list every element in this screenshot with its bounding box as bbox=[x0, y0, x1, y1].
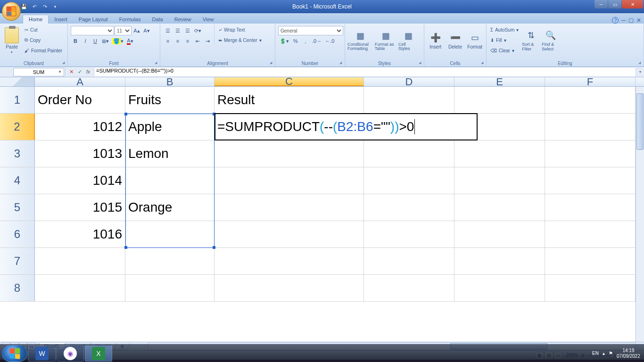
cell-E8[interactable] bbox=[454, 275, 545, 301]
cell-A5[interactable]: 1015 bbox=[35, 194, 125, 221]
start-button[interactable] bbox=[2, 345, 27, 362]
italic-button[interactable]: I bbox=[81, 36, 90, 46]
number-format-select[interactable]: General bbox=[278, 26, 343, 35]
cell-F2[interactable] bbox=[545, 114, 636, 140]
row-header[interactable]: 4 bbox=[0, 167, 35, 194]
cell-E6[interactable] bbox=[454, 221, 545, 247]
delete-cells-button[interactable]: ➖Delete bbox=[446, 25, 465, 57]
format-as-table-button[interactable]: ▦Format as Table bbox=[374, 25, 397, 57]
col-header-D[interactable]: D bbox=[364, 77, 454, 86]
tab-home[interactable]: Home bbox=[23, 15, 49, 24]
worksheet-grid[interactable]: A B C D E F 1Order NoFruitsResult21012Ap… bbox=[0, 77, 644, 342]
sort-filter-button[interactable]: ⇅Sort & Filter bbox=[521, 25, 540, 57]
font-family-select[interactable] bbox=[71, 26, 114, 35]
col-header-F[interactable]: F bbox=[545, 77, 636, 86]
row-header[interactable]: 5 bbox=[0, 194, 35, 221]
underline-button[interactable]: U bbox=[91, 36, 100, 46]
enter-formula-icon[interactable]: ✓ bbox=[76, 68, 83, 76]
insert-cells-button[interactable]: ➕Insert bbox=[426, 25, 445, 57]
cell-B7[interactable] bbox=[125, 248, 215, 274]
name-box-dropdown-icon[interactable]: ▼ bbox=[57, 69, 63, 75]
tab-insert[interactable]: Insert bbox=[49, 15, 73, 24]
fill-color-button[interactable]: 🪣▾ bbox=[111, 36, 125, 46]
tray-clock[interactable]: 14:19 07/09/2022 bbox=[617, 348, 640, 359]
cell-E5[interactable] bbox=[454, 194, 545, 221]
increase-indent-icon[interactable]: ⇥ bbox=[203, 36, 212, 46]
tab-view[interactable]: View bbox=[197, 15, 220, 24]
cell-F4[interactable] bbox=[545, 167, 636, 194]
wrap-text-button[interactable]: ⤶Wrap Text bbox=[216, 25, 264, 35]
conditional-formatting-button[interactable]: ▦Conditional Formatting bbox=[347, 25, 373, 57]
tab-formulas[interactable]: Formulas bbox=[114, 15, 147, 24]
tray-lang[interactable]: EN bbox=[592, 351, 599, 356]
fill-button[interactable]: ⬇Fill▾ bbox=[488, 35, 520, 45]
vertical-scrollbar[interactable] bbox=[636, 87, 644, 342]
cell-E3[interactable] bbox=[454, 140, 545, 167]
cell-A2[interactable]: 1012 bbox=[35, 114, 125, 140]
increase-decimal-icon[interactable]: .0→ bbox=[311, 36, 323, 46]
cancel-formula-icon[interactable]: ✕ bbox=[67, 68, 75, 76]
cell-A7[interactable] bbox=[35, 248, 125, 274]
cell-B6[interactable] bbox=[125, 221, 215, 247]
align-middle-icon[interactable]: ☰ bbox=[173, 26, 182, 35]
cell-A3[interactable]: 1013 bbox=[35, 140, 125, 167]
cell-F8[interactable] bbox=[545, 275, 636, 301]
tab-review[interactable]: Review bbox=[169, 15, 197, 24]
row-header[interactable]: 7 bbox=[0, 248, 35, 274]
cell-D7[interactable] bbox=[364, 248, 454, 274]
percent-icon[interactable]: % bbox=[291, 36, 300, 46]
currency-icon[interactable]: 💲▾ bbox=[278, 36, 290, 46]
col-header-A[interactable]: A bbox=[35, 77, 125, 86]
formula-input[interactable]: =SUMPRODUCT(--(B2:B6=""))>0 bbox=[94, 68, 636, 76]
taskbar-item-word[interactable]: W bbox=[28, 346, 56, 362]
cell-D5[interactable] bbox=[364, 194, 454, 221]
tray-flag-icon[interactable]: ⚑ bbox=[609, 351, 613, 356]
cell-C4[interactable] bbox=[215, 167, 364, 194]
cell-A1[interactable]: Order No bbox=[35, 87, 125, 113]
cell-F1[interactable] bbox=[545, 87, 636, 113]
select-all-corner[interactable] bbox=[0, 77, 35, 86]
cell-C3[interactable] bbox=[215, 140, 364, 167]
row-header[interactable]: 2 bbox=[0, 114, 35, 140]
cell-D3[interactable] bbox=[364, 140, 454, 167]
row-header[interactable]: 6 bbox=[0, 221, 35, 247]
find-select-button[interactable]: 🔍Find & Select bbox=[541, 25, 560, 57]
cell-A6[interactable]: 1016 bbox=[35, 221, 125, 247]
tray-show-hidden-icon[interactable]: ▴ bbox=[603, 351, 605, 356]
undo-icon[interactable]: ↶ bbox=[30, 2, 39, 11]
col-header-E[interactable]: E bbox=[454, 77, 545, 86]
cell-C5[interactable] bbox=[215, 194, 364, 221]
cell-C7[interactable] bbox=[215, 248, 364, 274]
cut-button[interactable]: ✂Cut bbox=[23, 25, 64, 35]
cell-F6[interactable] bbox=[545, 221, 636, 247]
cell-D8[interactable] bbox=[364, 275, 454, 301]
format-painter-button[interactable]: 🖌Format Painter bbox=[23, 45, 64, 56]
align-right-icon[interactable]: ≡ bbox=[183, 36, 192, 46]
cell-E1[interactable] bbox=[454, 87, 545, 113]
orientation-icon[interactable]: ⟳▾ bbox=[193, 26, 203, 35]
align-center-icon[interactable]: ≡ bbox=[173, 36, 182, 46]
cell-B3[interactable]: Lemon bbox=[125, 140, 215, 167]
cell-F3[interactable] bbox=[545, 140, 636, 167]
col-header-B[interactable]: B bbox=[125, 77, 215, 86]
cell-C1[interactable]: Result bbox=[215, 87, 364, 113]
cell-A8[interactable] bbox=[35, 275, 125, 301]
bold-button[interactable]: B bbox=[71, 36, 80, 46]
cell-F7[interactable] bbox=[545, 248, 636, 274]
active-cell[interactable]: =SUMPRODUCT(--(B2:B6=""))>0 bbox=[215, 113, 478, 140]
grow-font-icon[interactable]: A▴ bbox=[132, 26, 141, 35]
cell-E7[interactable] bbox=[454, 248, 545, 274]
align-top-icon[interactable]: ☰ bbox=[163, 26, 173, 35]
close-button[interactable]: ✕ bbox=[622, 0, 643, 8]
merge-center-button[interactable]: ⬌Merge & Center▾ bbox=[216, 35, 264, 45]
border-button[interactable]: ⊞▾ bbox=[100, 36, 110, 46]
cell-B1[interactable]: Fruits bbox=[125, 87, 215, 113]
fx-icon[interactable]: fx bbox=[84, 68, 92, 76]
cell-B8[interactable] bbox=[125, 275, 215, 301]
clear-button[interactable]: ⌫Clear▾ bbox=[488, 45, 520, 56]
cell-C6[interactable] bbox=[215, 221, 364, 247]
redo-icon[interactable]: ↷ bbox=[41, 2, 49, 11]
expand-formula-bar-icon[interactable]: ▾ bbox=[636, 68, 644, 76]
cell-B4[interactable] bbox=[125, 167, 215, 194]
cell-A4[interactable]: 1014 bbox=[35, 167, 125, 194]
